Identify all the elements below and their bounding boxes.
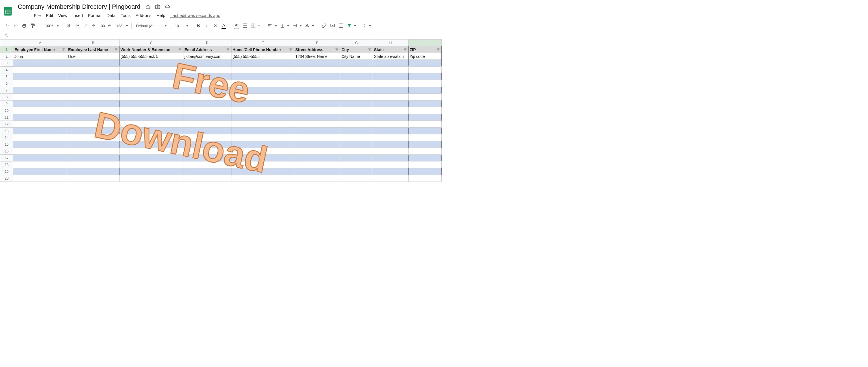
insert-comment-button[interactable] [329,22,337,30]
cell-F1[interactable]: Street Address [294,46,340,53]
menu-file[interactable]: File [32,12,43,19]
cell-D15[interactable] [183,141,231,148]
bold-button[interactable]: B [194,22,202,30]
cell-C6[interactable] [119,80,183,87]
cell-I18[interactable] [408,162,441,168]
cell-B16[interactable] [67,148,119,155]
cell-D17[interactable] [183,155,231,162]
cell-I11[interactable] [408,114,441,121]
cell-B9[interactable] [67,100,119,107]
row-header-15[interactable]: 15 [0,141,13,148]
cell-E17[interactable] [231,155,294,162]
cell-A13[interactable] [13,128,67,134]
cell-B19[interactable] [67,168,119,175]
cell-C4[interactable] [119,67,183,73]
cell-A14[interactable] [13,134,67,141]
cell-G17[interactable] [340,155,373,162]
cell-B20[interactable] [67,175,119,182]
cell-I15[interactable] [408,141,441,148]
cell-G14[interactable] [340,134,373,141]
cell-B1[interactable]: Employee Last Name [67,46,119,53]
col-header-D[interactable]: D [183,39,231,46]
cell-F7[interactable] [294,87,340,94]
cell-G8[interactable] [340,94,373,100]
cell-A8[interactable] [13,94,67,100]
cell-B8[interactable] [67,94,119,100]
menu-view[interactable]: View [56,12,69,19]
cell-I14[interactable] [408,134,441,141]
insert-link-button[interactable] [320,22,328,30]
cell-B13[interactable] [67,128,119,134]
cell-G1[interactable]: City [340,46,373,53]
cell-I2[interactable]: Zip code [408,53,441,60]
cell-H16[interactable] [373,148,408,155]
italic-button[interactable]: I [203,22,211,30]
cell-I1[interactable]: ZIP [408,46,441,53]
cell-E1[interactable]: Home/Cell Phone Number [231,46,294,53]
cell-C2[interactable]: (555) 555-5555 ext. 5 [119,53,183,60]
cell-A7[interactable] [13,87,67,94]
cell-B7[interactable] [67,87,119,94]
cell-C9[interactable] [119,100,183,107]
row-header-14[interactable]: 14 [0,134,13,141]
cell-C20[interactable] [119,175,183,182]
cell-A6[interactable] [13,80,67,87]
formula-input[interactable] [13,31,442,39]
cell-F16[interactable] [294,148,340,155]
cell-C1[interactable]: Work Number & Extension [119,46,183,53]
col-header-F[interactable]: F [294,39,340,46]
cell-I3[interactable] [408,60,441,67]
cell-B5[interactable] [67,73,119,80]
text-wrap-button[interactable] [291,22,303,30]
cell-C3[interactable] [119,60,183,67]
col-header-A[interactable]: A [13,39,67,46]
cell-H11[interactable] [373,114,408,121]
row-header-9[interactable]: 9 [0,100,13,107]
cell-E12[interactable] [231,121,294,128]
cell-E18[interactable] [231,162,294,168]
format-percent-button[interactable]: % [73,22,82,30]
cell-D4[interactable] [183,67,231,73]
menu-addons[interactable]: Add-ons [133,12,154,19]
cell-B4[interactable] [67,67,119,73]
cell-A4[interactable] [13,67,67,73]
cell-C13[interactable] [119,128,183,134]
cell-D6[interactable] [183,80,231,87]
cell-H4[interactable] [373,67,408,73]
merge-cells-button[interactable] [249,22,261,30]
cell-H7[interactable] [373,87,408,94]
cell-G3[interactable] [340,60,373,67]
star-icon[interactable] [145,4,151,10]
cell-C16[interactable] [119,148,183,155]
cell-C17[interactable] [119,155,183,162]
col-header-B[interactable]: B [67,39,119,46]
cell-G5[interactable] [340,73,373,80]
cell-D16[interactable] [183,148,231,155]
increase-decimal-button[interactable]: .00 [97,22,113,30]
cell-E5[interactable] [231,73,294,80]
cell-C5[interactable] [119,73,183,80]
document-title[interactable]: Company Membership Directory | Pingboard [16,2,143,11]
cell-B3[interactable] [67,60,119,67]
cell-D2[interactable]: j.doe@company.com [183,53,231,60]
insert-chart-button[interactable] [337,22,345,30]
more-formats-dropdown[interactable]: 123 [114,22,129,30]
cell-C11[interactable] [119,114,183,121]
cell-D10[interactable] [183,107,231,114]
text-color-button[interactable]: A [220,22,228,30]
cell-C12[interactable] [119,121,183,128]
cell-G7[interactable] [340,87,373,94]
cell-H15[interactable] [373,141,408,148]
col-header-H[interactable]: H [373,39,408,46]
cell-H17[interactable] [373,155,408,162]
cell-I16[interactable] [408,148,441,155]
format-currency-button[interactable]: $ [65,22,73,30]
cloud-icon[interactable] [164,4,170,10]
cell-D3[interactable] [183,60,231,67]
font-dropdown[interactable]: Default (Ari... [134,22,168,30]
cell-F12[interactable] [294,121,340,128]
paint-format-button[interactable] [29,22,37,30]
row-header-3[interactable]: 3 [0,60,13,67]
row-header-10[interactable]: 10 [0,107,13,114]
cell-H18[interactable] [373,162,408,168]
